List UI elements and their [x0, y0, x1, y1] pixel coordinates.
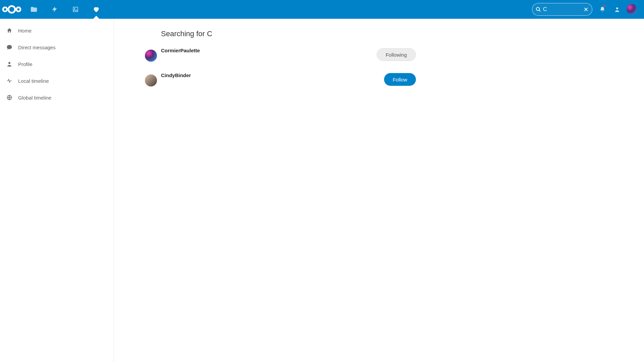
folder-icon	[30, 6, 38, 13]
pulse-icon	[6, 78, 13, 84]
result-avatar[interactable]	[145, 50, 157, 62]
sidebar-item-home[interactable]: Home	[0, 22, 114, 39]
top-bar	[0, 0, 644, 19]
close-icon	[583, 7, 589, 12]
image-icon	[72, 6, 79, 13]
sidebar-item-label: Profile	[18, 61, 33, 67]
svg-line-5	[539, 10, 540, 11]
bolt-icon	[51, 6, 58, 13]
search-result-row: CormierPaulette Following	[161, 46, 416, 71]
search-box[interactable]	[532, 3, 592, 16]
nav-photos[interactable]	[65, 0, 86, 19]
person-icon	[6, 61, 13, 67]
nav-files[interactable]	[23, 0, 44, 19]
svg-point-0	[8, 6, 15, 13]
chat-icon	[6, 44, 13, 50]
user-menu-avatar[interactable]	[627, 4, 637, 15]
result-avatar[interactable]	[145, 74, 157, 86]
search-result-row: CindyBinder Follow	[161, 71, 416, 96]
top-nav	[23, 0, 107, 19]
search-input[interactable]	[541, 3, 583, 15]
notifications-button[interactable]	[595, 0, 610, 19]
contacts-button[interactable]	[610, 0, 625, 19]
sidebar-item-profile[interactable]: Profile	[0, 56, 114, 72]
result-username[interactable]: CindyBinder	[161, 72, 384, 78]
following-button[interactable]: Following	[377, 48, 416, 61]
home-icon	[6, 27, 13, 34]
heart-icon	[93, 6, 100, 13]
sidebar-item-label: Direct messages	[18, 45, 56, 50]
search-results-heading: Searching for C	[161, 29, 416, 38]
svg-point-2	[16, 7, 20, 11]
nextcloud-logo-icon	[1, 4, 22, 15]
contacts-icon	[614, 6, 620, 12]
app-logo[interactable]	[0, 0, 23, 19]
sidebar-item-direct-messages[interactable]: Direct messages	[0, 39, 114, 56]
nav-activity[interactable]	[44, 0, 65, 19]
sidebar: Home Direct messages Profile Local timel…	[0, 19, 114, 362]
svg-point-9	[8, 62, 10, 64]
sidebar-item-label: Local timeline	[18, 78, 49, 84]
sidebar-item-global-timeline[interactable]: Global timeline	[0, 89, 114, 106]
sidebar-item-local-timeline[interactable]: Local timeline	[0, 72, 114, 89]
svg-point-1	[3, 7, 7, 11]
result-username[interactable]: CormierPaulette	[161, 48, 377, 53]
globe-icon	[6, 95, 13, 101]
main-area: Home Direct messages Profile Local timel…	[0, 19, 644, 362]
follow-button[interactable]: Follow	[384, 73, 416, 86]
content: Searching for C CormierPaulette Followin…	[114, 19, 644, 362]
svg-point-8	[616, 7, 618, 9]
svg-point-4	[536, 7, 539, 10]
nav-social[interactable]	[86, 0, 107, 19]
notification-indicator	[603, 5, 606, 7]
search-clear-button[interactable]	[583, 7, 589, 12]
search-icon	[536, 7, 541, 12]
svg-point-3	[74, 8, 75, 9]
sidebar-item-label: Global timeline	[18, 95, 51, 101]
sidebar-item-label: Home	[18, 28, 32, 34]
